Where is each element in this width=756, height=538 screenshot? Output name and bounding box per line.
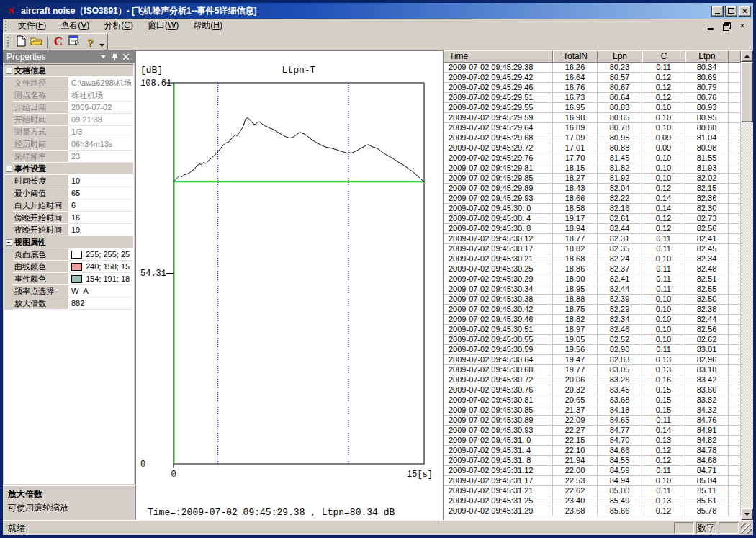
menu-item-1[interactable]: 查看(V) bbox=[53, 18, 96, 33]
ltpn-chart[interactable]: [dB]Ltpn-T054.31108.61015[s] bbox=[136, 51, 443, 518]
property-value[interactable]: 255; 255; 25 bbox=[69, 248, 133, 261]
table-row[interactable]: 2009-07-02 09:45:30.8521.3784.180.1584.3… bbox=[444, 405, 741, 416]
menu-item-0[interactable]: 文件(F) bbox=[11, 18, 53, 33]
section-header-1[interactable]: −事件设置 bbox=[4, 163, 133, 175]
table-row[interactable]: 2009-07-02 09:45:31. 422.1084.660.1284.7… bbox=[444, 446, 741, 456]
property-value[interactable]: W_A bbox=[69, 285, 133, 297]
table-row[interactable]: 2009-07-02 09:45:29.7617.7081.450.1081.5… bbox=[444, 153, 741, 163]
table-row[interactable]: 2009-07-02 09:45:30.3418.9582.440.1182.5… bbox=[444, 284, 741, 295]
section-header-0[interactable]: −文档信息 bbox=[4, 65, 133, 77]
table-row[interactable]: 2009-07-02 09:45:29.8118.1581.820.1081.9… bbox=[444, 163, 741, 174]
table-row[interactable]: 2009-07-02 09:45:30.8120.6583.680.1583.8… bbox=[444, 395, 741, 405]
table-row[interactable]: 2009-07-02 09:45:31.1222.0084.590.1184.7… bbox=[444, 466, 741, 476]
table-row[interactable]: 2009-07-02 09:45:30.1218.7782.310.1182.4… bbox=[444, 234, 741, 244]
table-row[interactable]: 2009-07-02 09:45:29.5916.9880.850.1080.9… bbox=[444, 113, 741, 123]
collapse-box[interactable]: − bbox=[6, 239, 12, 246]
maximize-button[interactable] bbox=[725, 6, 737, 17]
panel-close-button[interactable] bbox=[121, 53, 131, 61]
property-value[interactable]: 23 bbox=[69, 151, 133, 163]
table-row[interactable]: 2009-07-02 09:45:30. 818.9482.440.1282.5… bbox=[444, 224, 741, 234]
help-button[interactable]: ? bbox=[82, 35, 98, 49]
open-file-button[interactable] bbox=[29, 35, 45, 49]
property-value[interactable]: 06h34m13s bbox=[69, 138, 133, 151]
table-row[interactable]: 2009-07-02 09:45:29.6416.8980.780.1080.8… bbox=[444, 123, 741, 133]
panel-menu-button[interactable] bbox=[98, 53, 108, 61]
column-header-time[interactable]: Time bbox=[444, 50, 553, 63]
table-row[interactable]: 2009-07-02 09:45:30.8922.0984.650.1184.7… bbox=[444, 416, 741, 426]
collapse-box[interactable]: − bbox=[6, 68, 12, 74]
table-row[interactable]: 2009-07-02 09:45:30. 018.5882.160.1482.3… bbox=[444, 204, 741, 214]
table-row[interactable]: 2009-07-02 09:45:29.3816.2680.230.1180.3… bbox=[444, 63, 741, 73]
table-row[interactable]: 2009-07-02 09:45:29.6817.0980.950.0981.0… bbox=[444, 133, 741, 143]
column-header-c[interactable]: C bbox=[642, 50, 685, 63]
new-document-button[interactable] bbox=[13, 35, 29, 49]
table-row[interactable]: 2009-07-02 09:45:31.2122.6285.000.1185.1… bbox=[444, 486, 741, 496]
table-row[interactable]: 2009-07-02 09:45:30.4218.7582.290.1082.3… bbox=[444, 305, 741, 315]
table-row[interactable]: 2009-07-02 09:45:30.3818.8882.390.1082.5… bbox=[444, 295, 741, 305]
menu-item-3[interactable]: 窗口(W) bbox=[140, 18, 186, 33]
property-value[interactable]: 2009-07-02 bbox=[69, 102, 133, 114]
table-row[interactable]: 2009-07-02 09:45:29.5116.7380.640.1280.7… bbox=[444, 93, 741, 103]
table-row[interactable]: 2009-07-02 09:45:30.1718.8282.350.1182.4… bbox=[444, 244, 741, 254]
scroll-up-button[interactable] bbox=[741, 50, 753, 62]
table-row[interactable]: 2009-07-02 09:45:31. 022.1584.700.1384.8… bbox=[444, 436, 741, 446]
table-row[interactable]: 2009-07-02 09:45:29.9318.6682.220.1482.3… bbox=[444, 194, 741, 204]
toolbar-overflow-button[interactable] bbox=[98, 34, 106, 50]
table-row[interactable]: 2009-07-02 09:45:30.5919.5682.900.1183.0… bbox=[444, 345, 741, 355]
scrollbar-track[interactable] bbox=[741, 122, 753, 508]
table-row[interactable]: 2009-07-02 09:45:30.2518.8682.370.1182.4… bbox=[444, 264, 741, 274]
table-row[interactable]: 2009-07-02 09:45:29.8518.2781.920.1082.0… bbox=[444, 174, 741, 184]
table-row[interactable]: 2009-07-02 09:45:30.2918.9082.410.1182.5… bbox=[444, 274, 741, 284]
table-row[interactable]: 2009-07-02 09:45:29.8918.4382.040.1282.1… bbox=[444, 184, 741, 194]
property-value[interactable]: 16 bbox=[69, 212, 133, 224]
property-value[interactable]: 19 bbox=[69, 224, 133, 236]
table-row[interactable]: 2009-07-02 09:45:30.7620.3283.450.1583.6… bbox=[444, 385, 741, 395]
table-row[interactable]: 2009-07-02 09:45:30.5519.0582.520.1082.6… bbox=[444, 335, 741, 345]
toolbar-grip[interactable] bbox=[7, 37, 11, 47]
property-value[interactable]: 882 bbox=[69, 297, 133, 310]
table-row[interactable]: 2009-07-02 09:45:31.1722.5384.940.1085.0… bbox=[444, 476, 741, 486]
table-row[interactable]: 2009-07-02 09:45:31.2523.4085.490.1385.6… bbox=[444, 496, 741, 506]
table-row[interactable]: 2009-07-02 09:45:30.7220.0683.260.1683.4… bbox=[444, 375, 741, 385]
panel-pin-button[interactable] bbox=[109, 53, 120, 61]
collapse-box[interactable]: − bbox=[6, 166, 12, 172]
table-row[interactable]: 2009-07-02 09:45:30. 419.1782.610.1282.7… bbox=[444, 214, 741, 224]
property-value[interactable]: 栎社机场 bbox=[69, 89, 133, 102]
property-value[interactable]: 240; 158; 15 bbox=[69, 261, 133, 273]
property-value[interactable]: 1/3 bbox=[69, 126, 133, 138]
mdi-close-button[interactable]: × bbox=[737, 22, 747, 30]
table-row[interactable]: 2009-07-02 09:45:31.2923.6885.660.1285.7… bbox=[444, 506, 741, 516]
table-row[interactable]: 2009-07-02 09:45:29.4216.6480.570.1280.6… bbox=[444, 73, 741, 83]
column-header-lpn[interactable]: Lpn bbox=[598, 50, 642, 63]
column-header-totaln[interactable]: TotalN bbox=[553, 50, 598, 63]
mdi-minimize-button[interactable] bbox=[706, 22, 716, 30]
close-button[interactable]: × bbox=[739, 6, 751, 17]
menu-item-4[interactable]: 帮助(H) bbox=[186, 18, 230, 33]
table-row[interactable]: 2009-07-02 09:45:31. 821.9484.550.1284.6… bbox=[444, 456, 741, 466]
section-header-2[interactable]: −视图属性 bbox=[4, 236, 133, 248]
properties-button[interactable] bbox=[66, 35, 82, 49]
mdi-restore-button[interactable] bbox=[721, 22, 732, 30]
table-row[interactable]: 2009-07-02 09:45:29.5516.9580.830.1080.9… bbox=[444, 103, 741, 113]
property-value[interactable]: C:\awa6298\机场 bbox=[69, 77, 133, 89]
menubar-grip[interactable] bbox=[5, 21, 9, 31]
property-value[interactable]: 09:21:38 bbox=[69, 114, 133, 126]
menu-item-2[interactable]: 分析(C) bbox=[96, 18, 140, 33]
resize-grip[interactable] bbox=[741, 523, 752, 534]
column-header-ltpn[interactable]: Ltpn bbox=[685, 50, 729, 63]
minimize-button[interactable] bbox=[711, 6, 724, 17]
property-value[interactable]: 154; 191; 18 bbox=[69, 273, 133, 285]
table-row[interactable]: 2009-07-02 09:45:30.5118.9782.460.1082.5… bbox=[444, 325, 741, 335]
table-scrollbar[interactable] bbox=[741, 50, 753, 520]
property-value[interactable]: 65 bbox=[69, 187, 133, 199]
table-row[interactable]: 2009-07-02 09:45:29.4616.7680.670.1280.7… bbox=[444, 83, 741, 93]
property-value[interactable]: 10 bbox=[69, 175, 133, 187]
table-row[interactable]: 2009-07-02 09:45:30.2118.6882.240.1082.3… bbox=[444, 254, 741, 264]
table-row[interactable]: 2009-07-02 09:45:29.7217.0180.880.0980.9… bbox=[444, 143, 741, 153]
c-analysis-button[interactable]: C bbox=[50, 35, 66, 49]
table-row[interactable]: 2009-07-02 09:45:30.9322.2784.770.1484.9… bbox=[444, 426, 741, 436]
table-row[interactable]: 2009-07-02 09:45:30.4618.8282.340.1082.4… bbox=[444, 315, 741, 325]
table-row[interactable]: 2009-07-02 09:45:30.6819.7783.050.1383.1… bbox=[444, 365, 741, 375]
scrollbar-thumb[interactable] bbox=[741, 62, 753, 122]
property-value[interactable]: 6 bbox=[69, 199, 133, 212]
